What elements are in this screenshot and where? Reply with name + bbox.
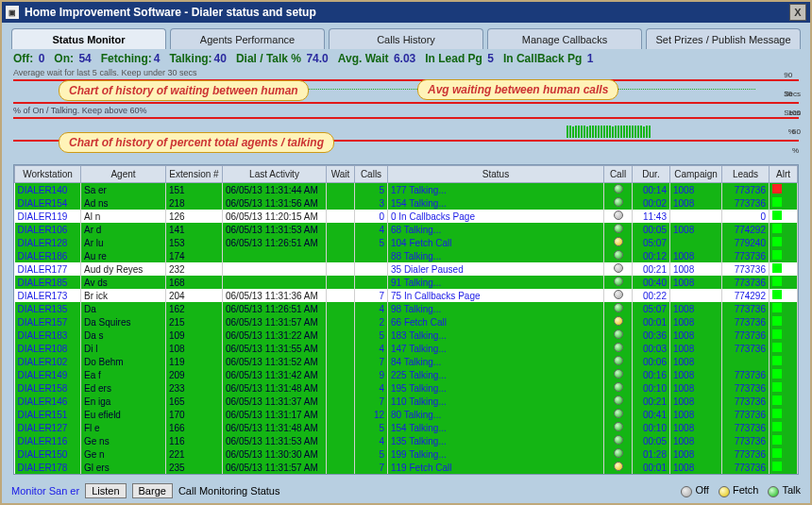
table-row[interactable]: DIALER149Ea f20906/05/13 11:31:42 AM9225… [15, 368, 798, 381]
col-3[interactable]: Last Activity [223, 166, 327, 183]
table-row[interactable]: DIALER183Da s10906/05/13 11:31:22 AM5183… [15, 328, 798, 342]
alert-icon [770, 355, 798, 368]
table-row[interactable]: DIALER128Ar lu15306/05/13 11:26:51 AM510… [15, 236, 798, 249]
titlebar: ▣ Home Improvement Software - Dialer sta… [2, 2, 810, 23]
table-row[interactable]: DIALER146En iga16506/05/13 11:31:37 AM71… [15, 395, 798, 408]
alert-icon [770, 196, 798, 210]
off-label: Off: [13, 52, 33, 65]
col-8[interactable]: Dur. [633, 166, 670, 183]
table-row[interactable]: DIALER157Da Squires21506/05/13 11:31:57 … [15, 315, 798, 328]
table-row[interactable]: DIALER116Ge ns11606/05/13 11:31:53 AM413… [15, 434, 798, 447]
inlead-label: In Lead Pg [425, 52, 482, 65]
alert-icon [770, 368, 798, 381]
alert-icon [770, 210, 798, 223]
call-status-icon [604, 210, 633, 223]
legend-off: Off [695, 484, 708, 496]
legend-off-icon [681, 486, 692, 497]
call-status-icon [604, 368, 633, 381]
alert-icon [770, 302, 798, 315]
legend-talk-icon [768, 486, 779, 497]
barge-button[interactable]: Barge [132, 483, 173, 498]
tab-3[interactable]: Manage Callbacks [487, 28, 642, 49]
tab-1[interactable]: Agents Performance [170, 28, 325, 49]
table-row[interactable]: DIALER158Ed ers23306/05/13 11:31:48 AM41… [15, 381, 798, 395]
tabs-row: Status MonitorAgents PerformanceCalls Hi… [2, 23, 810, 49]
table-row[interactable]: DIALER127Fl e16606/05/13 11:31:48 AM5154… [15, 421, 798, 434]
alert-icon [770, 315, 798, 328]
call-status-icon [604, 355, 633, 368]
alert-icon [770, 223, 798, 236]
table-row[interactable]: DIALER135Da16206/05/13 11:26:51 AM498 Ta… [15, 302, 798, 315]
alert-icon [770, 434, 798, 447]
table-row[interactable]: DIALER151Eu efield17006/05/13 11:31:17 A… [15, 408, 798, 421]
table-row[interactable]: DIALER185Av ds16891 Talking...00:4010087… [15, 276, 798, 289]
alert-icon [770, 342, 798, 355]
alert-icon [770, 408, 798, 421]
off-value: 0 [39, 52, 45, 65]
col-2[interactable]: Extension # [166, 166, 223, 183]
call-status-icon [604, 223, 633, 236]
col-9[interactable]: Campaign [670, 166, 722, 183]
avgwait-value: 6.03 [394, 52, 415, 65]
alert-icon [770, 249, 798, 262]
table-row[interactable]: DIALER102Do Behm11906/05/13 11:31:52 AM7… [15, 355, 798, 368]
table-row[interactable]: DIALER150Ge n22106/05/13 11:30:30 AM5199… [15, 447, 798, 461]
incb-value: 1 [587, 52, 594, 65]
alert-icon [770, 236, 798, 249]
call-status-icon [604, 461, 633, 474]
call-status-icon [604, 302, 633, 315]
call-status-icon [604, 408, 633, 421]
tab-4[interactable]: Set Prizes / Publish Message [646, 28, 801, 49]
talking-value: 40 [214, 52, 227, 65]
call-status-icon [604, 328, 633, 342]
call-status-icon [604, 395, 633, 408]
table-row[interactable]: DIALER154Ad ns21806/05/13 11:31:56 AM315… [15, 196, 798, 210]
agents-grid-scroll[interactable]: WorkstationAgentExtension #Last Activity… [14, 165, 798, 474]
chart2-bot: 60 % [792, 123, 801, 160]
table-row[interactable]: DIALER173Br ick20406/05/13 11:31:36 AM77… [15, 289, 798, 302]
col-5[interactable]: Calls [355, 166, 388, 183]
monitor-label: Monitor San er [11, 485, 79, 497]
dialtalk-value: 74.0 [303, 52, 329, 65]
col-11[interactable]: Alrt [770, 166, 798, 183]
chart-pct-agents: 100 % 60 % [13, 117, 799, 142]
tab-2[interactable]: Calls History [329, 28, 483, 49]
table-row[interactable]: DIALER186Au re17488 Talking...00:1210087… [15, 249, 798, 262]
table-row[interactable]: DIALER178Gl ers23506/05/13 11:31:57 AM71… [15, 461, 798, 474]
col-4[interactable]: Wait [327, 166, 355, 183]
close-button[interactable]: X [789, 4, 806, 21]
table-row[interactable]: DIALER140Sa er15106/05/13 11:31:44 AM517… [15, 183, 798, 197]
window-title: Home Improvement Software - Dialer statu… [25, 6, 316, 19]
col-10[interactable]: Leads [722, 166, 770, 183]
legend-fetch-icon [719, 486, 730, 497]
col-0[interactable]: Workstation [15, 166, 81, 183]
listen-button[interactable]: Listen [85, 483, 126, 498]
alert-icon [770, 395, 798, 408]
alert-icon [770, 421, 798, 434]
call-status-icon [604, 262, 633, 276]
table-row[interactable]: DIALER108Di l10806/05/13 11:31:55 AM4147… [15, 342, 798, 355]
incb-label: In CallBack Pg [503, 52, 582, 65]
on-value: 54 [78, 52, 91, 65]
inlead-value: 5 [487, 52, 494, 65]
alert-icon [770, 183, 798, 197]
tab-0[interactable]: Status Monitor [11, 28, 166, 49]
app-icon: ▣ [6, 6, 19, 19]
chart-wait-history: 90 Secs 30 Secs [13, 79, 799, 104]
col-6[interactable]: Status [388, 166, 604, 183]
fetching-value: 4 [154, 52, 161, 65]
table-row[interactable]: DIALER177Aud dy Reyes23235 Dialer Paused… [15, 262, 798, 276]
legend: Off Fetch Talk [681, 484, 801, 497]
call-status-icon [604, 289, 633, 302]
alert-icon [770, 461, 798, 474]
app-window: ▣ Home Improvement Software - Dialer sta… [0, 0, 812, 505]
col-1[interactable]: Agent [81, 166, 166, 183]
table-row[interactable]: DIALER119Al n12606/05/13 11:20:15 AM00 I… [15, 210, 798, 223]
call-status-icon [604, 421, 633, 434]
call-status-icon [604, 434, 633, 447]
call-status-icon [604, 249, 633, 262]
table-row[interactable]: DIALER106Ar d14106/05/13 11:31:53 AM468 … [15, 223, 798, 236]
avgwait-label: Avg. Wait [338, 52, 389, 65]
col-7[interactable]: Call [604, 166, 633, 183]
alert-icon [770, 276, 798, 289]
